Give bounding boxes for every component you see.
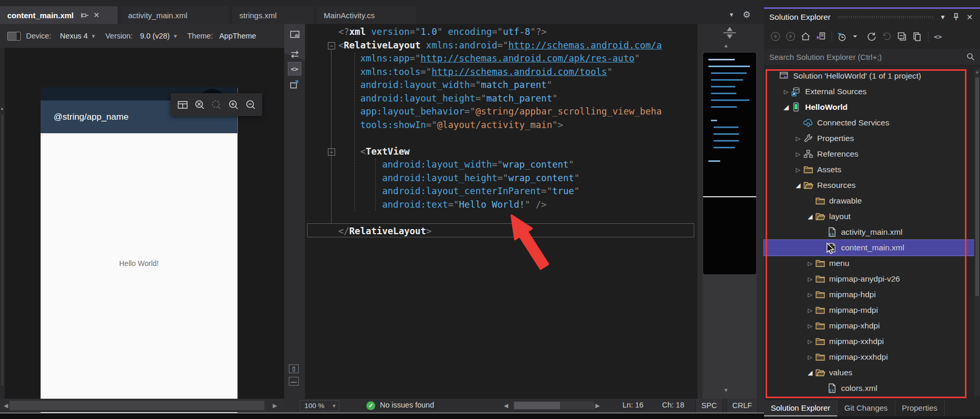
view-code-icon[interactable]: <> bbox=[933, 31, 943, 42]
expander-expanded-icon[interactable]: ◢ bbox=[805, 369, 815, 376]
code-line-11[interactable]: android:layout_width="wrap_content" bbox=[338, 158, 662, 172]
zoom-level-dropdown[interactable]: 100 % ▼ bbox=[300, 400, 339, 411]
split-view-icon[interactable] bbox=[177, 99, 188, 110]
map-splitter-handle[interactable] bbox=[720, 27, 739, 39]
zoom-to-selection-icon[interactable] bbox=[211, 99, 222, 110]
tree-item-properties[interactable]: ▷Properties bbox=[764, 131, 974, 146]
tree-item-mipmap-xxhdpi[interactable]: ▷mipmap-xxhdpi bbox=[764, 334, 974, 349]
expander-expanded-icon[interactable]: ◢ bbox=[793, 182, 803, 189]
tree-item-mipmap-mdpi[interactable]: ▷mipmap-mdpi bbox=[764, 302, 974, 318]
code-line-5[interactable]: android:layout_width="match_parent" bbox=[338, 79, 662, 92]
open-in-new-window-button[interactable] bbox=[288, 78, 301, 91]
show-all-files-icon[interactable] bbox=[912, 31, 922, 42]
tree-item-mipmap-xxxhdpi[interactable]: ▷mipmap-xxxhdpi bbox=[764, 349, 974, 365]
tree-item-connected-services[interactable]: Connected Services bbox=[764, 115, 974, 131]
tab-MainActivity.cs[interactable]: MainActivity.cs bbox=[316, 6, 416, 24]
tree-item-solution-helloworld-1-of-1-project-[interactable]: Solution 'HelloWorld' (1 of 1 project) bbox=[764, 68, 974, 84]
xml-source-editor[interactable]: − − <?xml version="1.0" encoding="utf-8"… bbox=[305, 24, 697, 399]
document-dropdown-icon[interactable]: ▼ bbox=[729, 11, 734, 20]
back-icon[interactable] bbox=[770, 31, 781, 42]
expander-collapsed-icon[interactable]: ▷ bbox=[805, 354, 815, 361]
forward-icon[interactable] bbox=[785, 31, 796, 42]
code-line-14[interactable]: android:text="Hello World!" /> bbox=[338, 198, 662, 212]
close-tab-icon[interactable]: ✕ bbox=[94, 11, 100, 19]
solution-explorer-title-bar[interactable]: Solution Explorer ▼ ✕ bbox=[764, 9, 980, 25]
device-preview[interactable]: @string/app_name Hello World! bbox=[41, 87, 237, 415]
fold-marker-relativelayout[interactable]: − bbox=[328, 42, 335, 49]
expander-collapsed-icon[interactable]: ▷ bbox=[805, 276, 815, 283]
minimap-scrollbar[interactable]: ▲ ▼ bbox=[697, 24, 760, 399]
device-caret-icon[interactable]: ▼ bbox=[91, 33, 96, 39]
scroll-up-icon[interactable]: ▲ bbox=[975, 69, 979, 74]
expander-collapsed-icon[interactable]: ▷ bbox=[805, 323, 815, 329]
code-line-13[interactable]: android:layout_centerInParent="true" bbox=[338, 185, 662, 198]
source-view-button[interactable]: <> bbox=[288, 62, 301, 75]
horizontal-split-button[interactable]: — bbox=[289, 377, 299, 386]
scroll-up-icon[interactable]: ▲ bbox=[0, 106, 4, 111]
spaces-indicator[interactable]: SPC bbox=[695, 399, 723, 413]
code-line-2[interactable]: <RelativeLayout xmlns:android="http://sc… bbox=[338, 39, 662, 53]
tree-item-layout[interactable]: ◢layout bbox=[764, 209, 974, 224]
fold-marker-textview[interactable]: − bbox=[328, 148, 335, 156]
collapse-all-icon[interactable] bbox=[897, 31, 907, 42]
code-line-3[interactable]: xmlns:app="http://schemas.android.com/ap… bbox=[338, 52, 662, 66]
map-scroll-down-icon[interactable]: ▼ bbox=[723, 387, 729, 393]
tree-item-resources[interactable]: ◢Resources bbox=[764, 177, 974, 193]
search-icon[interactable] bbox=[966, 53, 975, 61]
tree-item-colors-xml[interactable]: colors.xml bbox=[764, 380, 974, 396]
pin-icon[interactable] bbox=[81, 12, 88, 19]
tree-item-content-main-xml[interactable]: content_main.xml bbox=[764, 240, 974, 256]
tree-item-mipmap-anydpi-v26[interactable]: ▷mipmap-anydpi-v26 bbox=[764, 271, 974, 287]
sync-with-active-document-icon[interactable] bbox=[816, 31, 826, 42]
designer-horizontal-scrollbar[interactable]: ◀ ▶ bbox=[0, 399, 284, 412]
code-line-9[interactable] bbox=[338, 132, 662, 145]
tree-item-references[interactable]: ▷References bbox=[764, 146, 974, 162]
phone-hello-world-text[interactable]: Hello World! bbox=[41, 259, 237, 268]
code-text[interactable]: <?xml version="1.0" encoding="utf-8"?><R… bbox=[338, 26, 662, 238]
tool-tab-solution-explorer[interactable]: Solution Explorer bbox=[764, 400, 837, 416]
editor-horizontal-scrollbar[interactable] bbox=[513, 401, 594, 410]
document-map[interactable] bbox=[703, 52, 757, 275]
tree-item-mipmap-hdpi[interactable]: ▷mipmap-hdpi bbox=[764, 287, 974, 302]
solution-explorer-search[interactable]: Search Solution Explorer (Ctrl+;) bbox=[764, 48, 980, 66]
tree-item-assets[interactable]: ▷Assets bbox=[764, 162, 974, 177]
expander-collapsed-icon[interactable]: ▷ bbox=[805, 260, 815, 267]
device-select[interactable]: Nexus 4 bbox=[60, 32, 87, 40]
tool-tab-git-changes[interactable]: Git Changes bbox=[837, 400, 895, 416]
expander-collapsed-icon[interactable]: ▷ bbox=[805, 291, 815, 298]
tree-item-drawable[interactable]: drawable bbox=[764, 193, 974, 209]
code-line-8[interactable]: tools:showIn="@layout/activity_main"> bbox=[338, 119, 662, 132]
code-line-12[interactable]: android:layout_height="wrap_content" bbox=[338, 172, 662, 185]
expander-collapsed-icon[interactable]: ▷ bbox=[781, 88, 791, 95]
tab-strings.xml[interactable]: strings.xml bbox=[232, 6, 313, 24]
tree-item-activity-main-xml[interactable]: activity_main.xml bbox=[764, 224, 974, 240]
pin-icon[interactable] bbox=[953, 13, 959, 21]
version-select[interactable]: 9.0 (v28) bbox=[140, 32, 170, 40]
scroll-left-icon[interactable]: ◀ bbox=[4, 399, 8, 412]
vertical-split-button[interactable]: ▯ bbox=[289, 364, 299, 373]
designer-vertical-scrollbar[interactable]: ▲ bbox=[0, 48, 5, 399]
tree-item-external-sources[interactable]: ▷External Sources bbox=[764, 84, 974, 99]
code-line-4[interactable]: xmlns:tools="http://schemas.android.com/… bbox=[338, 66, 662, 79]
code-line-1[interactable]: <?xml version="1.0" encoding="utf-8"?> bbox=[338, 26, 662, 39]
line-ending-indicator[interactable]: CRLF bbox=[727, 399, 758, 413]
gear-icon[interactable]: ⚙ bbox=[743, 9, 750, 20]
code-line-6[interactable]: android:layout_height="match_parent" bbox=[338, 92, 662, 106]
tree-item-helloworld[interactable]: ◢HelloWorld bbox=[764, 99, 974, 115]
refresh-icon[interactable] bbox=[867, 31, 877, 42]
expander-expanded-icon[interactable]: ◢ bbox=[805, 213, 815, 220]
swap-panes-button[interactable] bbox=[288, 48, 301, 60]
code-line-10[interactable]: <TextView bbox=[338, 145, 662, 159]
tree-item-mipmap-xhdpi[interactable]: ▷mipmap-xhdpi bbox=[764, 318, 974, 334]
editor-scroll-left-icon[interactable]: ◀ bbox=[504, 402, 508, 409]
expander-collapsed-icon[interactable]: ▷ bbox=[793, 167, 803, 173]
panel-drag-grip[interactable] bbox=[838, 16, 934, 19]
zoom-out-icon[interactable] bbox=[245, 99, 256, 110]
expander-expanded-icon[interactable]: ◢ bbox=[781, 104, 791, 111]
undo-icon[interactable] bbox=[882, 31, 892, 42]
tab-content_main.xml[interactable]: content_main.xml✕ bbox=[0, 6, 118, 24]
solution-explorer-scrollbar[interactable]: ▲ bbox=[974, 68, 980, 396]
tool-tab-properties[interactable]: Properties bbox=[895, 400, 945, 416]
code-line-7[interactable]: app:layout_behavior="@string/appbar_scro… bbox=[338, 105, 662, 119]
editor-scroll-right-icon[interactable]: ▶ bbox=[595, 402, 600, 409]
